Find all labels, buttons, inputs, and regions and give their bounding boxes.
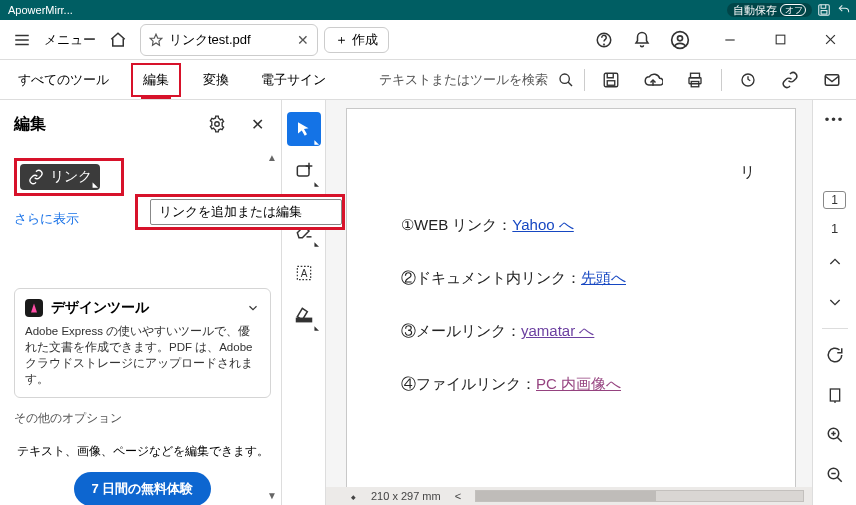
svg-line-34 <box>837 437 842 442</box>
design-card-desc: Adobe Express の使いやすいツールで、優れた文書を作成できます。PD… <box>25 323 260 387</box>
arrow-down-icon[interactable] <box>821 288 849 316</box>
svg-line-38 <box>837 477 842 482</box>
subbar-esign[interactable]: 電子サイン <box>251 65 336 95</box>
zoom-out-icon[interactable] <box>821 461 849 489</box>
text-select-tool-icon[interactable]: A <box>287 256 321 290</box>
star-icon <box>149 33 163 47</box>
doc-heading-fragment: リ <box>401 163 755 182</box>
link-tool-button[interactable]: リンク <box>20 164 100 190</box>
search-placeholder[interactable]: テキストまたはツールを検索 <box>379 71 548 89</box>
free-trial-button[interactable]: 7 日間の無料体験 <box>74 472 212 505</box>
plus-icon: ＋ <box>335 31 348 49</box>
page-total-text: 1 <box>831 221 838 236</box>
os-titlebar: ApowerMirr... 自動保存 オフ <box>0 0 856 20</box>
svg-rect-17 <box>607 80 615 85</box>
page-size-text: 210 x 297 mm <box>371 490 441 502</box>
hamburger-icon[interactable] <box>6 24 38 56</box>
page-number-input[interactable]: 1 <box>823 191 846 209</box>
link-tooltip: リンクを追加または編集 <box>150 199 342 225</box>
cloud-upload-icon[interactable] <box>637 64 669 96</box>
document-viewport[interactable]: リ ①WEB リンク：Yahoo へ ②ドキュメント内リンク：先頭へ ③メールリ… <box>326 100 812 505</box>
search-icon[interactable] <box>558 72 574 88</box>
mail-icon[interactable] <box>816 64 848 96</box>
svg-point-7 <box>604 44 605 45</box>
close-tab-icon[interactable]: ✕ <box>297 32 309 48</box>
subbar-convert[interactable]: 変換 <box>193 65 239 95</box>
vertical-toolbox: A <box>282 100 326 505</box>
show-more-link[interactable]: さらに表示 <box>14 210 79 228</box>
svg-point-9 <box>678 35 683 40</box>
new-tab-button[interactable]: ＋ 作成 <box>324 27 389 53</box>
mail-link[interactable]: yamatar へ <box>521 322 594 339</box>
pdf-page: リ ①WEB リンク：Yahoo へ ②ドキュメント内リンク：先頭へ ③メールリ… <box>346 108 796 489</box>
svg-rect-31 <box>830 389 839 401</box>
redact-tool-icon[interactable] <box>287 298 321 332</box>
titlebar-app-name: ApowerMirr... <box>4 4 73 16</box>
link-tooltip-highlight: リンクを追加または編集 <box>135 194 345 230</box>
svg-marker-5 <box>150 34 162 45</box>
close-window-icon[interactable] <box>810 24 850 56</box>
internal-doc-link[interactable]: 先頭へ <box>581 269 626 286</box>
design-card-title: デザインツール <box>51 299 149 317</box>
svg-rect-18 <box>691 73 700 78</box>
subbar-all-tools[interactable]: すべてのツール <box>8 65 119 95</box>
svg-rect-1 <box>821 11 827 14</box>
top-toolbar: メニュー リンクtest.pdf ✕ ＋ 作成 <box>0 20 856 60</box>
svg-rect-11 <box>776 35 785 44</box>
minimize-icon[interactable] <box>710 24 750 56</box>
document-tab[interactable]: リンクtest.pdf ✕ <box>140 24 318 56</box>
svg-rect-22 <box>825 74 839 85</box>
svg-rect-24 <box>297 166 309 176</box>
close-panel-icon[interactable]: ✕ <box>241 108 273 140</box>
save-disk-icon[interactable] <box>595 64 627 96</box>
sub-toolbar: すべてのツール 編集 変換 電子サイン テキストまたはツールを検索 <box>0 60 856 100</box>
add-text-tool-icon[interactable] <box>287 154 321 188</box>
more-options-icon[interactable]: ••• <box>825 112 845 127</box>
svg-text:A: A <box>300 268 307 279</box>
link-icon[interactable] <box>774 64 806 96</box>
print-icon[interactable] <box>679 64 711 96</box>
page-layout-icon[interactable] <box>821 381 849 409</box>
panel-title: 編集 <box>14 114 193 135</box>
file-link[interactable]: PC 内画像へ <box>536 375 621 392</box>
svg-point-23 <box>215 122 220 127</box>
edit-hint-text: テキスト、画像、ページなどを編集できます。 <box>14 443 271 460</box>
account-icon[interactable] <box>664 24 696 56</box>
save-icon[interactable] <box>816 2 832 18</box>
ai-sparkle-icon[interactable] <box>732 64 764 96</box>
autosave-toggle[interactable]: 自動保存 オフ <box>727 3 812 17</box>
help-icon[interactable] <box>588 24 620 56</box>
svg-point-14 <box>560 74 569 83</box>
horizontal-scrollbar[interactable] <box>475 490 804 502</box>
rotate-icon[interactable] <box>821 341 849 369</box>
select-tool-icon[interactable] <box>287 112 321 146</box>
svg-rect-30 <box>296 318 311 321</box>
undo-icon[interactable] <box>836 2 852 18</box>
menu-label[interactable]: メニュー <box>44 31 96 49</box>
web-link[interactable]: Yahoo へ <box>512 216 573 233</box>
arrow-up-icon[interactable] <box>821 248 849 276</box>
adobe-express-logo-icon <box>25 299 43 317</box>
subbar-edit[interactable]: 編集 <box>131 63 181 97</box>
doc-status-bar: ⬥ 210 x 297 mm < <box>326 487 812 505</box>
maximize-icon[interactable] <box>760 24 800 56</box>
svg-line-15 <box>568 82 572 86</box>
gear-icon[interactable] <box>201 108 233 140</box>
chain-link-icon <box>28 169 44 185</box>
bell-icon[interactable] <box>626 24 658 56</box>
home-icon[interactable] <box>102 24 134 56</box>
design-tool-card: デザインツール Adobe Express の使いやすいツールで、優れた文書を作… <box>14 288 271 398</box>
right-sidebar: ••• 1 1 <box>812 100 856 505</box>
chevron-down-icon[interactable] <box>246 301 260 315</box>
link-tool-highlight: リンク <box>14 158 124 196</box>
other-options-text: その他のオプション <box>14 410 271 427</box>
edit-panel: 編集 ✕ リンク さらに表示 デザインツール Adobe <box>0 100 282 505</box>
zoom-in-icon[interactable] <box>821 421 849 449</box>
